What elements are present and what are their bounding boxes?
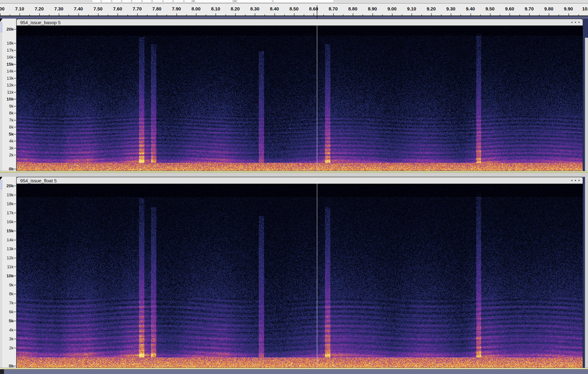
toolbar-button[interactable]: [92, 0, 101, 3]
timeline-minor-tick: [421, 14, 422, 16]
freq-label-6k: 6k: [9, 125, 13, 129]
timeline-major-tick: [78, 13, 79, 16]
timeline-ruler[interactable]: 7.007.107.207.307.407.507.607.707.807.90…: [0, 4, 588, 16]
timeline-minor-tick: [441, 14, 441, 16]
freq-label-17k: 17k: [7, 211, 13, 215]
freq-tick: [14, 50, 16, 51]
toolbar-button[interactable]: [153, 0, 163, 3]
freq-label-12k: 12k: [7, 83, 13, 88]
track2-slider-sliver[interactable]: [0, 181, 2, 189]
timeline-major-tick: [431, 13, 432, 16]
freq-label-14k: 14k: [7, 238, 13, 243]
freq-label-8k: 8k: [9, 291, 13, 296]
freq-label-10k: 10k: [6, 274, 13, 278]
timeline-label: 9.00: [388, 6, 397, 11]
freq-tick: [13, 186, 16, 186]
freq-tick: [14, 348, 16, 348]
toolbar-button[interactable]: [132, 0, 142, 3]
timeline-label: 8.00: [192, 6, 201, 11]
timeline-minor-tick: [88, 14, 89, 16]
freq-tick: [13, 169, 16, 169]
toolbar-button[interactable]: [142, 0, 152, 3]
timeline-major-tick: [510, 13, 510, 16]
edit-cursor-track1-line: [317, 25, 317, 171]
freq-tick: [14, 155, 16, 155]
timeline-minor-tick: [500, 14, 500, 16]
freq-tick: [14, 71, 16, 71]
vertical-scrollbar-track: [585, 19, 588, 38]
toolbar-button[interactable]: [195, 0, 233, 3]
track1-title[interactable]: 954_issue_basop 5: [20, 20, 61, 25]
freq-tick: [13, 276, 16, 276]
track1-clip: 954_issue_basop 5: [16, 19, 583, 171]
track2-menu-ellipsis-icon[interactable]: [571, 180, 579, 181]
toolbar-button[interactable]: [102, 0, 111, 3]
toolbar-button[interactable]: [112, 0, 121, 3]
track2-focus-border: [0, 368, 588, 369]
track1-right-background: [583, 19, 585, 172]
toolbar-button[interactable]: [184, 0, 192, 3]
freq-label-7k: 7k: [9, 118, 13, 123]
track1-slider-sliver[interactable]: [0, 23, 2, 32]
timeline-label: 8.70: [329, 6, 338, 11]
vertical-scrollbar-thumb[interactable]: [585, 38, 588, 374]
freq-tick: [13, 231, 16, 231]
timeline-minor-tick: [324, 14, 324, 16]
track2-clip-header[interactable]: 954_issue_float 5: [16, 177, 583, 184]
track1-menu-ellipsis-icon[interactable]: [571, 22, 579, 23]
freq-label-11k: 11k: [7, 90, 13, 95]
timeline-label: 7.40: [74, 6, 83, 11]
track1-frequency-ruler[interactable]: 20k18k17k16k15k14k13k12k11k10k9k8k7k6k5k…: [2, 19, 16, 171]
freq-tick: [14, 222, 16, 222]
timeline-major-tick: [117, 13, 118, 16]
toolbar-button[interactable]: [173, 0, 184, 3]
timeline-label: 7.10: [15, 6, 24, 11]
freq-tick: [14, 303, 16, 303]
freq-tick: [14, 148, 16, 148]
freq-label-6k: 6k: [9, 310, 13, 314]
timeline-major-tick: [177, 13, 177, 16]
freq-tick: [14, 249, 16, 249]
timeline-major-tick: [137, 13, 138, 16]
toolbar-button[interactable]: [122, 0, 131, 3]
freq-tick: [14, 267, 16, 267]
track1-clip-header[interactable]: 954_issue_basop 5: [16, 19, 583, 25]
timeline-major-tick: [529, 13, 530, 16]
track2-title[interactable]: 954_issue_float 5: [20, 178, 57, 183]
edit-cursor-ruler-line: [317, 5, 317, 19]
timeline-label: 7.70: [133, 6, 142, 11]
freq-tick: [14, 141, 16, 141]
track1-spectrogram-canvas[interactable]: [17, 25, 583, 171]
track2-frequency-ruler[interactable]: 20k19k18k17k16k15k14k13k12k11k10k9k8k7k6…: [2, 177, 16, 368]
freq-tick: [14, 240, 16, 240]
freq-label-7k: 7k: [9, 300, 13, 305]
track2-right-background: [583, 177, 585, 369]
timeline-minor-tick: [245, 14, 245, 16]
timeline-major-tick: [59, 13, 59, 16]
freq-tick: [14, 85, 16, 85]
timeline-major-tick: [568, 13, 569, 16]
timeline-minor-tick: [363, 14, 363, 16]
timeline-major-tick: [216, 13, 216, 16]
toolbar-button[interactable]: [163, 0, 173, 3]
track-separator[interactable]: [0, 172, 588, 177]
timeline-label: 7.20: [35, 6, 44, 11]
toolbar-separator: [234, 0, 236, 2]
timeline-minor-tick: [10, 14, 10, 16]
track2-spectrogram-canvas[interactable]: [17, 184, 583, 368]
freq-label-18k: 18k: [7, 41, 13, 46]
freq-tick: [14, 339, 16, 339]
freq-label-13k: 13k: [7, 76, 13, 81]
edit-cursor-track2-line: [317, 184, 317, 368]
freq-label-18k: 18k: [7, 202, 13, 206]
timeline-minor-tick: [30, 14, 30, 16]
timeline-label: 7.90: [172, 6, 181, 11]
timeline-label: 8.20: [231, 6, 240, 11]
timeline-label: 9.20: [427, 6, 436, 11]
freq-label-20k: 20k: [6, 183, 13, 188]
toolbar-button[interactable]: [273, 0, 334, 3]
freq-tick: [14, 43, 16, 43]
toolbar-button[interactable]: [237, 0, 272, 3]
timeline-minor-tick: [461, 14, 461, 16]
freq-label-5k: 5k: [9, 319, 13, 323]
